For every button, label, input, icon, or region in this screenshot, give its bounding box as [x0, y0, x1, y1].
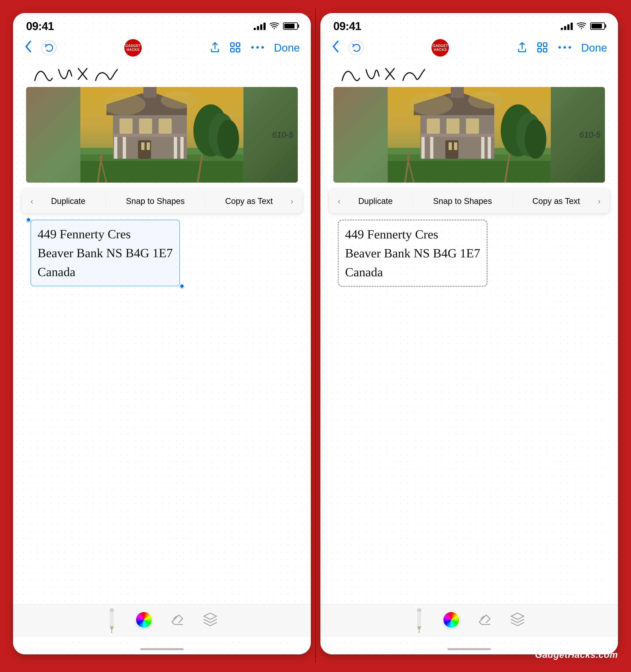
right-wifi-icon — [577, 21, 586, 31]
main-container: 09:41 — [9, 9, 622, 663]
left-menu-next[interactable]: › — [286, 194, 297, 208]
right-selection-area: 449 Fennerty Cres Beaver Bank NS B4G 1E7… — [338, 220, 488, 287]
right-phone-partial: 610-5 — [580, 130, 601, 140]
right-battery-icon — [590, 22, 605, 30]
right-scribble-top — [320, 61, 618, 87]
svg-rect-19 — [120, 119, 132, 134]
svg-marker-78 — [417, 626, 421, 631]
left-done-button[interactable]: Done — [274, 42, 300, 54]
left-note-image: 610-5 — [26, 87, 298, 183]
right-menu-copy[interactable]: Copy as Text — [526, 192, 586, 210]
right-more-button[interactable] — [557, 43, 572, 53]
right-pencil-tool — [413, 607, 425, 633]
right-toolbar: GADGET HACKS — [320, 35, 618, 61]
left-status-bar: 09:41 — [13, 13, 311, 35]
left-handwriting-content: 449 Fennerty Cres Beaver Bank NS B4G 1E7… — [13, 213, 311, 293]
left-eraser-tool[interactable] — [170, 612, 185, 628]
left-menu-copy[interactable]: Copy as Text — [219, 192, 279, 210]
left-menu-prev[interactable]: ‹ — [26, 194, 38, 208]
svg-rect-61 — [466, 119, 479, 134]
svg-point-75 — [468, 91, 503, 109]
svg-point-7 — [261, 46, 264, 49]
right-sep-1 — [413, 196, 413, 207]
svg-rect-17 — [143, 87, 156, 98]
left-handwriting-line2: Beaver Bank NS B4G 1E7 — [38, 243, 173, 262]
right-sep-2 — [512, 196, 512, 207]
left-battery-icon — [283, 22, 298, 30]
right-toolbar-center: Done — [517, 41, 607, 54]
left-gadget-hacks-badge: GADGET HACKS — [124, 39, 142, 56]
left-context-menu: ‹ Duplicate Snap to Shapes Copy as Text … — [22, 189, 302, 213]
right-undo-button[interactable] — [349, 40, 364, 55]
right-color-wheel[interactable] — [442, 611, 460, 628]
right-share-button[interactable] — [517, 41, 528, 54]
svg-point-54 — [525, 120, 546, 159]
right-layers-tool[interactable] — [510, 612, 525, 628]
svg-rect-25 — [114, 135, 117, 159]
right-toolbar-left — [331, 40, 364, 56]
left-undo-button[interactable] — [41, 40, 56, 55]
svg-rect-24 — [147, 142, 150, 150]
left-layers-tool[interactable] — [202, 612, 218, 628]
svg-rect-69 — [420, 134, 494, 137]
svg-rect-59 — [427, 119, 440, 134]
svg-rect-65 — [421, 135, 424, 159]
right-bottom-toolbar — [320, 604, 618, 637]
svg-rect-67 — [481, 135, 484, 159]
right-handwriting-line3: Canada — [345, 263, 480, 282]
right-status-bar: 09:41 — [320, 13, 618, 35]
left-home-indicator — [140, 648, 184, 650]
left-phone-partial: 610-5 — [272, 130, 293, 140]
right-phone-screen: 09:41 — [320, 13, 618, 654]
left-toolbar-left — [24, 40, 56, 56]
svg-point-35 — [161, 91, 196, 109]
watermark-text: GadgetHacks.com — [535, 650, 618, 660]
svg-rect-70 — [388, 161, 551, 183]
left-status-icons — [254, 21, 298, 31]
left-selection-handle-bottom — [179, 284, 184, 288]
svg-rect-27 — [174, 135, 177, 159]
right-grid-button[interactable] — [536, 41, 549, 54]
left-toolbar: GADGET HACKS — [13, 35, 311, 61]
svg-point-14 — [217, 120, 239, 159]
svg-rect-26 — [123, 135, 126, 159]
svg-rect-66 — [430, 135, 433, 159]
left-menu-snap[interactable]: Snap to Shapes — [119, 192, 191, 210]
svg-rect-28 — [180, 135, 184, 159]
right-context-menu: ‹ Duplicate Snap to Shapes Copy as Text … — [329, 189, 609, 213]
svg-rect-77 — [417, 608, 421, 611]
svg-rect-30 — [80, 161, 243, 183]
left-menu-duplicate[interactable]: Duplicate — [45, 192, 92, 210]
svg-rect-1 — [230, 43, 234, 46]
left-bottom-toolbar — [13, 604, 311, 637]
left-color-wheel[interactable] — [135, 611, 152, 628]
left-phone-wrapper: 09:41 — [9, 9, 315, 663]
right-note-image: 610-5 — [334, 87, 605, 183]
right-menu-items: Duplicate Snap to Shapes Copy as Text — [345, 192, 593, 210]
right-time: 09:41 — [334, 20, 361, 32]
left-menu-items: Duplicate Snap to Shapes Copy as Text — [38, 192, 286, 210]
right-back-button[interactable] — [331, 40, 340, 56]
right-eraser-tool[interactable] — [477, 612, 492, 628]
right-menu-duplicate[interactable]: Duplicate — [352, 192, 399, 210]
right-menu-snap[interactable]: Snap to Shapes — [427, 192, 499, 210]
right-status-icons — [561, 21, 605, 31]
left-share-button[interactable] — [210, 41, 220, 54]
left-more-button[interactable] — [250, 43, 265, 53]
svg-rect-29 — [113, 134, 187, 137]
left-scribble-top — [13, 61, 311, 87]
left-back-button[interactable] — [24, 40, 32, 56]
left-toolbar-center: Done — [210, 41, 300, 54]
svg-rect-44 — [543, 48, 547, 52]
svg-rect-20 — [139, 119, 152, 134]
right-done-button[interactable]: Done — [581, 42, 607, 54]
left-grid-button[interactable] — [229, 41, 241, 54]
svg-rect-37 — [110, 608, 114, 611]
svg-rect-60 — [446, 119, 459, 134]
right-menu-prev[interactable]: ‹ — [334, 194, 345, 208]
svg-rect-63 — [448, 142, 452, 150]
right-menu-next[interactable]: › — [593, 194, 605, 208]
svg-point-46 — [564, 46, 566, 49]
svg-point-34 — [102, 94, 146, 115]
svg-rect-42 — [543, 43, 547, 46]
